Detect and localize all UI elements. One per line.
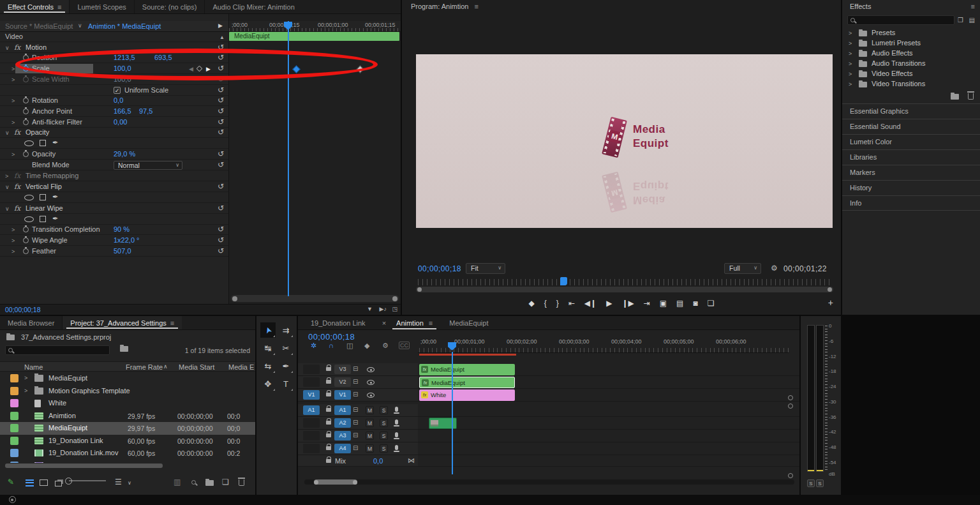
source-patch[interactable]: [303, 444, 320, 453]
reset-parameter-icon[interactable]: ↺: [218, 86, 224, 94]
voiceover-record-mic-icon[interactable]: [395, 419, 398, 425]
step-back-button[interactable]: ◀❙: [584, 299, 597, 308]
track-name[interactable]: A3: [334, 431, 351, 441]
panel-menu-icon[interactable]: ≡: [170, 319, 174, 327]
project-item-row[interactable]: > 24_How To Add A Sh 60,00 fps 00:00:00:…: [0, 460, 255, 464]
tab-sequence-active[interactable]: Animtion ≡: [390, 316, 439, 330]
accelerated-effects-filter-icon[interactable]: ❒: [958, 17, 963, 24]
twirl-open-icon[interactable]: ∨: [5, 184, 10, 190]
property-label[interactable]: Anti-flicker Filter: [32, 118, 82, 126]
effects-folder-row[interactable]: > Lumetri Presets: [842, 38, 980, 49]
time-remapping-row[interactable]: > fx Time Remapping: [0, 171, 228, 181]
collapsed-panel-tab[interactable]: Markers: [842, 165, 980, 180]
reset-parameter-icon[interactable]: ↺: [218, 64, 224, 73]
reset-parameter-icon[interactable]: ↺: [218, 160, 224, 169]
transition-completion-value[interactable]: 90 %: [114, 225, 130, 233]
chevron-down-icon[interactable]: ∨: [128, 480, 131, 486]
tab-project[interactable]: Project: 37_Advanced Settings ≡: [62, 316, 182, 329]
track-select-forward-tool[interactable]: ⇉: [278, 322, 293, 338]
slip-tool[interactable]: ⇆: [260, 358, 276, 373]
lock-icon[interactable]: [326, 421, 331, 425]
program-monitor-title[interactable]: Program: Animtion ≡: [411, 3, 479, 10]
anti-flicker-value[interactable]: 0,00: [114, 118, 127, 126]
play-button[interactable]: ▶: [606, 299, 612, 308]
twirl-closed-icon[interactable]: >: [11, 248, 15, 255]
scrollbar-dot[interactable]: [788, 395, 793, 400]
column-media-start[interactable]: Media Start: [179, 363, 214, 371]
uniform-scale-row[interactable]: ✓ Uniform Scale ↺: [0, 86, 228, 96]
twirl-open-icon[interactable]: ∨: [5, 130, 10, 136]
previous-keyframe-button[interactable]: ◀: [189, 66, 193, 72]
track-name[interactable]: V2: [334, 377, 351, 387]
timeline-ruler[interactable]: ;00;0000;00;01;0000;00;02;0000;00;03;000…: [418, 336, 789, 353]
bit-depth-filter-icon[interactable]: ▤: [969, 17, 975, 24]
property-label[interactable]: Opacity: [32, 150, 56, 158]
zoom-slider[interactable]: [69, 480, 106, 481]
reset-parameter-icon[interactable]: ↺: [218, 236, 224, 245]
project-item-row[interactable]: > 19_Donation Link 60,00 fps 00:00:00:00…: [0, 435, 255, 448]
timeline-timecode[interactable]: 00;00;00;18: [308, 332, 355, 342]
mini-timeline-ruler[interactable]: ;00;0000;00;00;1500;00;01;0000;00;01;15: [229, 21, 401, 32]
mini-timeline-zoom-scrollbar[interactable]: [231, 295, 399, 302]
project-item-row[interactable]: > Motion Graphics Template: [0, 385, 255, 398]
label-color-chip[interactable]: [10, 387, 19, 395]
item-name[interactable]: 19_Donation Link: [48, 437, 103, 444]
position-x-value[interactable]: 1213,5: [114, 54, 135, 61]
item-name[interactable]: 24_How To Add A Sh: [48, 462, 114, 464]
new-bin-icon[interactable]: [205, 480, 214, 486]
add-marker-icon[interactable]: ◆: [364, 342, 369, 350]
item-name[interactable]: 19_Donation Link.mov: [48, 449, 118, 456]
go-to-out-button[interactable]: ⇥: [644, 299, 650, 308]
keyframe-diamond[interactable]: [356, 65, 364, 73]
up-one-level-icon[interactable]: [6, 335, 15, 340]
step-forward-button[interactable]: ❙▶: [621, 299, 634, 308]
rectangle-mask-icon[interactable]: [40, 140, 46, 146]
tab-effect-controls[interactable]: Effect Controls ≡: [0, 0, 69, 13]
panel-menu-icon[interactable]: ≡: [57, 3, 61, 11]
ripple-edit-tool[interactable]: ↹: [260, 340, 276, 356]
uniform-scale-checkbox[interactable]: ✓: [114, 87, 121, 94]
lock-icon[interactable]: [326, 446, 331, 450]
property-label[interactable]: Scale: [32, 64, 50, 72]
mute-button[interactable]: M: [366, 444, 374, 453]
project-item-row[interactable]: > White: [0, 397, 255, 410]
twirl-open-icon[interactable]: ∨: [5, 206, 10, 212]
linked-selection-icon[interactable]: ◫: [346, 342, 353, 350]
twirl-closed-icon[interactable]: >: [11, 66, 15, 72]
program-timecode[interactable]: 00;00;00;18: [418, 264, 461, 273]
reset-effect-icon[interactable]: ↺: [218, 204, 224, 213]
effects-folder-row[interactable]: > Video Transitions: [842, 79, 980, 89]
label-color-chip[interactable]: [10, 412, 19, 420]
vertical-flip-row[interactable]: ∨ fx Vertical Flip ↺: [0, 182, 228, 192]
effect-name[interactable]: Opacity: [26, 128, 49, 136]
twirl-closed-icon[interactable]: >: [849, 40, 852, 47]
track-name[interactable]: V3: [334, 365, 351, 374]
scrollbar-dot[interactable]: [788, 403, 793, 409]
solo-button[interactable]: S: [380, 419, 388, 427]
stopwatch-icon[interactable]: [23, 119, 29, 125]
clip-mediaequipt-v2-selected[interactable]: fx MediaEquipt: [419, 377, 515, 388]
project-horizontal-scrollbar[interactable]: [5, 464, 163, 468]
property-label[interactable]: Anchor Point: [32, 107, 72, 115]
label-color-chip[interactable]: [10, 399, 19, 407]
reset-effect-icon[interactable]: ↺: [218, 43, 224, 52]
button-editor-plus-icon[interactable]: +: [828, 298, 833, 308]
active-sequence-label[interactable]: Animtion * MediaEquipt: [88, 22, 161, 30]
reset-parameter-icon[interactable]: ↺: [218, 117, 224, 126]
tab-media-browser[interactable]: Media Browser: [0, 316, 62, 329]
stopwatch-icon[interactable]: [23, 98, 29, 103]
reset-parameter-icon[interactable]: ↺: [218, 53, 224, 62]
sort-ascending-icon[interactable]: ∧: [163, 363, 168, 370]
ellipse-mask-icon[interactable]: [24, 216, 34, 222]
project-search-input[interactable]: [5, 345, 110, 355]
close-icon[interactable]: ×: [382, 319, 386, 327]
scrollbar-thumb[interactable]: [314, 479, 357, 485]
twirl-open-icon[interactable]: ∨: [5, 45, 10, 51]
effect-name[interactable]: Vertical Flip: [26, 183, 62, 190]
zoom-level-dropdown[interactable]: Fit ∨: [466, 263, 505, 274]
lift-button[interactable]: ▣: [660, 299, 667, 308]
blend-mode-row[interactable]: Blend Mode Normal ∨ ↺: [0, 160, 228, 170]
sync-lock-icon[interactable]: ⊟: [353, 391, 358, 398]
tab-lumetri-scopes[interactable]: Lumetri Scopes: [69, 0, 133, 13]
video-section-row[interactable]: Video ▲: [0, 32, 228, 42]
